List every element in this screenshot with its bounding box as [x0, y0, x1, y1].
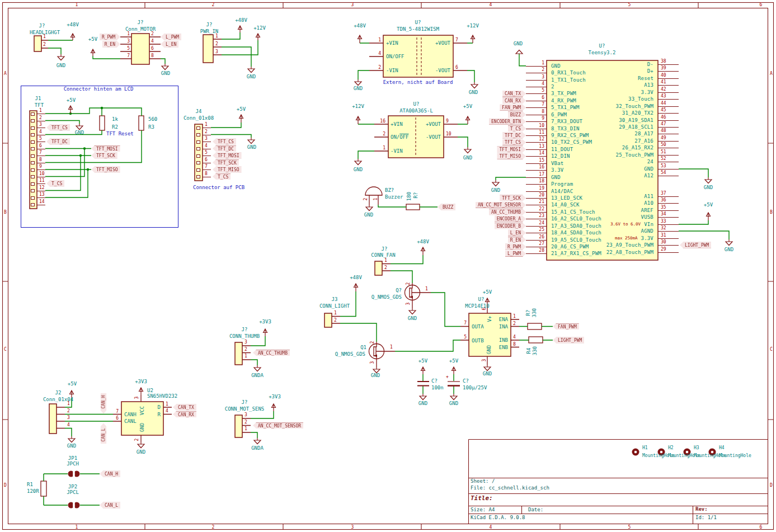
- headlight-ref[interactable]: J?: [39, 23, 45, 29]
- net-label[interactable]: TFT_DC: [213, 145, 236, 152]
- gnd-label[interactable]: GND: [408, 316, 417, 321]
- q-fan-value[interactable]: Q_NMOS_GDS: [371, 295, 402, 300]
- net-label[interactable]: L_PWM: [161, 34, 181, 40]
- gnd-label[interactable]: GND: [161, 71, 170, 76]
- h3-ref[interactable]: H3: [694, 446, 699, 450]
- net-label[interactable]: TFT_MISO: [213, 167, 242, 173]
- buzzer-value[interactable]: Buzzer: [385, 195, 403, 200]
- r2-ref[interactable]: R2: [112, 125, 118, 130]
- net-label[interactable]: L_EN: [508, 230, 526, 236]
- net-label[interactable]: R_PWM: [505, 244, 526, 250]
- gnd-label[interactable]: GND: [449, 401, 458, 406]
- q1-ref[interactable]: Q1: [360, 345, 366, 350]
- net-label[interactable]: TFT_CS: [213, 139, 236, 145]
- c1-ref[interactable]: C?: [431, 379, 438, 384]
- net-label[interactable]: TFT_CS: [502, 139, 526, 145]
- power-label[interactable]: +5V: [67, 98, 76, 103]
- net-label[interactable]: CAN_H: [101, 393, 107, 413]
- conn-mot-sens-ref[interactable]: J?: [242, 400, 248, 405]
- net-label[interactable]: R_EN: [102, 41, 120, 48]
- power-label[interactable]: +5V: [449, 359, 458, 364]
- jp1-value[interactable]: JPCH: [67, 462, 79, 467]
- u2-ref[interactable]: U2: [147, 388, 153, 393]
- net-label[interactable]: T_CS: [508, 125, 526, 131]
- q1-value[interactable]: Q_NMOS_GDS: [335, 352, 365, 357]
- teensy-value[interactable]: Teensy3.2: [589, 50, 616, 55]
- net-label[interactable]: CAN_L: [100, 502, 120, 509]
- power-label[interactable]: +12V: [467, 23, 479, 29]
- net-label[interactable]: R_EN: [508, 237, 526, 243]
- r2-value[interactable]: 1k: [112, 117, 118, 122]
- gnd-label[interactable]: GND: [67, 444, 76, 449]
- net-label[interactable]: AN_CC_MOT_SENSOR: [253, 422, 303, 429]
- r4-value[interactable]: 330: [533, 346, 538, 355]
- power-label[interactable]: +48V: [67, 22, 79, 27]
- gnd-label[interactable]: GND: [137, 450, 145, 455]
- net-label[interactable]: T_CS: [46, 181, 64, 187]
- c2-ref[interactable]: C?: [463, 379, 469, 384]
- net-label[interactable]: TFT_SCK: [91, 153, 117, 159]
- gnd-label[interactable]: GND: [514, 41, 523, 46]
- conn-motor-ref[interactable]: J?: [138, 20, 144, 25]
- power-label[interactable]: +48V: [235, 18, 247, 23]
- buzzer-ref[interactable]: BZ?: [385, 188, 394, 193]
- power-label[interactable]: +5V: [704, 203, 713, 208]
- r1-value[interactable]: 120R: [27, 489, 39, 494]
- power-label[interactable]: +12V: [253, 26, 266, 31]
- solder-jumper-jp2[interactable]: [68, 501, 80, 509]
- gnd-label[interactable]: GNDA: [251, 373, 264, 378]
- net-label[interactable]: TFT_DC: [46, 139, 70, 145]
- ata-ref[interactable]: U?: [413, 102, 420, 107]
- net-label[interactable]: TFT_MISO: [497, 153, 526, 159]
- power-label[interactable]: +3V3: [135, 379, 147, 384]
- net-label[interactable]: AN_CC_THUMB: [253, 350, 290, 356]
- net-label[interactable]: BUZZ: [508, 111, 526, 117]
- net-label[interactable]: LIGHT_PWM: [553, 337, 584, 343]
- gnd-label[interactable]: GND: [57, 63, 65, 68]
- rfan-ref[interactable]: R?: [526, 310, 531, 316]
- net-label[interactable]: TFT_MISO: [91, 167, 120, 173]
- rfan-value[interactable]: 330: [532, 308, 537, 317]
- conn-light-value[interactable]: CONN_LIGHT: [319, 304, 350, 309]
- rbuzz-value[interactable]: 180: [407, 192, 412, 201]
- net-label[interactable]: CAN_RX: [502, 97, 526, 103]
- q-fan-ref[interactable]: Q?: [396, 288, 402, 293]
- net-label[interactable]: FAN_PWM: [553, 323, 579, 329]
- r1-ref[interactable]: R1: [27, 482, 33, 487]
- gnd-label[interactable]: GNDA: [251, 446, 264, 451]
- net-label[interactable]: AN_CC_MOT_SENSOR: [476, 202, 526, 208]
- conn-fan-value[interactable]: CONN_FAN: [371, 253, 395, 258]
- net-label[interactable]: BUZZ: [438, 204, 455, 210]
- tdn-value[interactable]: TDN_5-4812WISM: [397, 27, 439, 32]
- mosfet-q1[interactable]: [369, 344, 384, 359]
- power-label[interactable]: +5V: [237, 107, 246, 112]
- conn-fan-ref[interactable]: J?: [382, 247, 388, 252]
- gnd-label[interactable]: GND: [371, 373, 380, 378]
- net-label[interactable]: CAN_TX: [502, 91, 526, 97]
- net-label[interactable]: CAN_L: [101, 423, 107, 444]
- gnd-label[interactable]: GND: [354, 167, 363, 172]
- gnd-label[interactable]: GND: [364, 213, 373, 218]
- gnd-label[interactable]: GND: [247, 145, 256, 150]
- power-label[interactable]: +5V: [418, 359, 427, 364]
- j1-ref[interactable]: J1: [35, 96, 41, 101]
- net-label[interactable]: CAN_RX: [173, 411, 196, 417]
- power-label[interactable]: +12V: [352, 104, 364, 109]
- c2-value[interactable]: 100µ/25V: [463, 385, 487, 390]
- gnd-label[interactable]: GND: [704, 185, 713, 190]
- net-label[interactable]: TFT_MOSI: [213, 153, 242, 159]
- net-label[interactable]: ENCODER_A: [495, 216, 526, 222]
- power-label[interactable]: +48V: [354, 23, 366, 29]
- gnd-label[interactable]: GND: [483, 371, 492, 376]
- conn-thumb-value[interactable]: CONN_THUMB: [229, 334, 260, 339]
- h2-ref[interactable]: H2: [668, 446, 674, 450]
- conn-light-ref[interactable]: J3: [332, 297, 338, 302]
- jp2-ref[interactable]: JP2: [68, 484, 77, 489]
- power-label[interactable]: +48V: [350, 275, 362, 280]
- conn-thumb-ref[interactable]: J?: [242, 327, 248, 332]
- power-label[interactable]: +3V3: [269, 394, 281, 399]
- gnd-label[interactable]: GND: [463, 156, 472, 161]
- gnd-label[interactable]: GND: [469, 90, 478, 95]
- c1-value[interactable]: 100n: [431, 385, 444, 390]
- conn-mot-sens-value[interactable]: CONN_MOT_SENS: [225, 407, 264, 412]
